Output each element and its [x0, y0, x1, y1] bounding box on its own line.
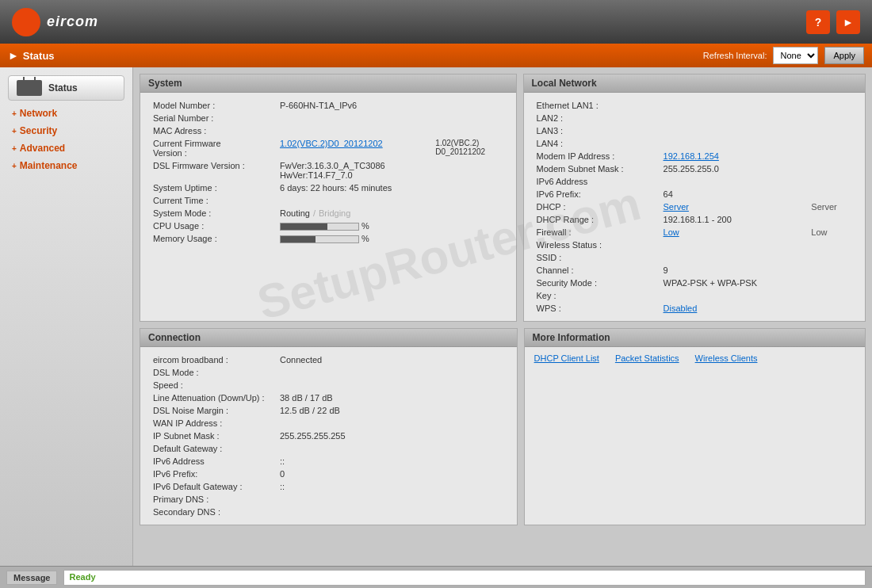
table-row: IPv6 Prefix: 0 — [150, 468, 507, 480]
dhcp-link[interactable]: Server — [664, 202, 689, 212]
right-bottom-area: More Information DHCP Client List Packet… — [524, 328, 866, 525]
local-network-panel: Local Network Ethernet LAN1 : LAN2 : — [523, 74, 866, 322]
connection-panel: Connection eircom broadband : Connected … — [140, 328, 518, 525]
table-row: LAN2 : — [534, 112, 855, 124]
apply-button[interactable]: Apply — [824, 47, 864, 64]
status-bar: ► Status Refresh Interval: None 10s 30s … — [0, 44, 872, 67]
logout-button[interactable]: ► — [836, 10, 860, 34]
dhcp-client-list-link[interactable]: DHCP Client List — [534, 353, 599, 363]
table-row: Current Time : — [150, 194, 507, 207]
memory-progress-bar — [280, 235, 359, 243]
firmware-link[interactable]: 1.02(VBC.2)D0_20121202 — [280, 139, 383, 148]
sidebar-item-network[interactable]: + Network — [0, 105, 132, 122]
sidebar-item-advanced[interactable]: + Advanced — [0, 139, 132, 157]
logo-text: eircom — [47, 13, 98, 30]
sidebar-status-label: Status — [48, 82, 78, 94]
wps-link[interactable]: Disabled — [664, 304, 698, 313]
expand-icon: + — [12, 127, 17, 136]
header-icons: ? ► — [806, 10, 860, 34]
table-row: IPv6 Address :: — [150, 455, 507, 468]
table-row: Serial Number : — [150, 112, 507, 124]
connection-info-table: eircom broadband : Connected DSL Mode : … — [150, 353, 507, 518]
system-panel-body: Model Number : P-660HN-T1A_IPv6 Serial N… — [140, 93, 516, 251]
table-row: WPS : Disabled — [534, 302, 855, 315]
top-header: eircom ? ► — [0, 0, 872, 44]
router-icon — [17, 80, 42, 96]
refresh-interval-label: Refresh Interval: — [703, 51, 767, 60]
top-row: System Model Number : P-660HN-T1A_IPv6 S… — [140, 74, 866, 322]
status-bar-title: Status — [23, 50, 55, 62]
connection-panel-body: eircom broadband : Connected DSL Mode : … — [140, 347, 517, 525]
table-row: Wireless Status : — [534, 239, 855, 251]
sidebar-item-security[interactable]: + Security — [0, 122, 132, 139]
modem-ip-link[interactable]: 192.168.1.254 — [664, 151, 719, 161]
expand-icon: + — [12, 162, 17, 170]
sidebar-item-maintenance[interactable]: + Maintenance — [0, 157, 132, 174]
table-row: IP Subnet Mask : 255.255.255.255 — [150, 430, 507, 442]
table-row: System Mode : Routing / Bridging — [150, 207, 507, 220]
sidebar-advanced-label: Advanced — [20, 143, 65, 154]
cpu-progress-bar — [280, 223, 359, 231]
table-row: Modem IP Address : 192.168.1.254 — [534, 150, 855, 162]
more-information-links: DHCP Client List Packet Statistics Wirel… — [525, 347, 865, 369]
table-row: Security Mode : WPA2-PSK + WPA-PSK — [534, 277, 855, 289]
table-row: Primary DNS : — [150, 493, 507, 506]
help-button[interactable]: ? — [806, 10, 830, 34]
table-row: Model Number : P-660HN-T1A_IPv6 — [150, 99, 507, 112]
table-row: Line Attenuation (Down/Up) : 38 dB / 17 … — [150, 391, 507, 404]
table-row: Default Gateway : — [150, 442, 507, 455]
table-row: Modem Subnet Mask : 255.255.255.0 — [534, 162, 855, 175]
local-network-info-table: Ethernet LAN1 : LAN2 : LAN3 : LAN4 — [534, 99, 855, 315]
packet-statistics-link[interactable]: Packet Statistics — [615, 353, 679, 363]
table-row: LAN3 : — [534, 124, 855, 137]
logo-area: eircom — [12, 8, 98, 36]
connection-panel-header: Connection — [140, 329, 517, 347]
table-row: DSL Mode : — [150, 366, 507, 379]
more-information-panel: More Information DHCP Client List Packet… — [524, 328, 866, 525]
cpu-progress-fill — [281, 223, 327, 230]
table-row: CPU Usage : % — [150, 220, 507, 232]
table-row: Current FirmwareVersion : 1.02(VBC.2)D0_… — [150, 137, 507, 159]
table-row: DHCP : Server Server — [534, 200, 855, 213]
bottom-bar: Message Ready — [0, 566, 872, 588]
eircom-logo-icon — [12, 8, 40, 36]
memory-progress-fill — [281, 236, 316, 242]
refresh-interval-select[interactable]: None 10s 30s 60s — [773, 47, 818, 64]
table-row: Speed : — [150, 379, 507, 391]
table-row: DSL Firmware Version : FwVer:3.16.3.0_A_… — [150, 159, 507, 181]
system-panel: System Model Number : P-660HN-T1A_IPv6 S… — [140, 74, 517, 322]
table-row: IPv6 Prefix: 64 — [534, 188, 855, 200]
sidebar: Status + Network + Security + Advanced +… — [0, 67, 133, 566]
table-row: Key : — [534, 289, 855, 302]
divider: / — [313, 208, 316, 218]
table-row: DHCP Range : 192.168.1.1 - 200 — [534, 213, 855, 226]
sidebar-network-label: Network — [20, 108, 57, 119]
system-info-table: Model Number : P-660HN-T1A_IPv6 Serial N… — [150, 99, 507, 245]
table-row: Channel : 9 — [534, 264, 855, 277]
table-row: IPv6 Default Gateway : :: — [150, 480, 507, 493]
table-row: WAN IP Address : — [150, 417, 507, 430]
wireless-clients-link[interactable]: Wireless Clients — [695, 353, 758, 363]
table-row: LAN4 : — [534, 137, 855, 150]
bottom-row: Connection eircom broadband : Connected … — [140, 328, 866, 525]
local-network-panel-body: Ethernet LAN1 : LAN2 : LAN3 : LAN4 — [524, 93, 865, 321]
sidebar-maintenance-label: Maintenance — [20, 160, 78, 171]
more-information-panel-header: More Information — [525, 329, 865, 347]
table-row: Memory Usage : % — [150, 232, 507, 245]
table-row: Firewall : Low Low — [534, 226, 855, 239]
expand-icon: + — [12, 144, 17, 153]
expand-icon: + — [12, 109, 17, 118]
main-layout: Status + Network + Security + Advanced +… — [0, 67, 872, 566]
table-row: eircom broadband : Connected — [150, 353, 507, 366]
sidebar-status-button[interactable]: Status — [8, 75, 124, 101]
table-row: IPv6 Address — [534, 175, 855, 188]
firewall-link[interactable]: Low — [664, 227, 679, 237]
system-panel-header: System — [140, 74, 516, 93]
table-row: Ethernet LAN1 : — [534, 99, 855, 112]
content-area: SetupRouter.com System Model Number : P-… — [133, 67, 872, 566]
table-row: SSID : — [534, 251, 855, 264]
status-arrow-icon: ► — [8, 49, 19, 62]
message-label: Message — [6, 571, 57, 585]
refresh-area: Refresh Interval: None 10s 30s 60s Apply — [703, 47, 864, 64]
message-value: Ready — [63, 570, 866, 586]
